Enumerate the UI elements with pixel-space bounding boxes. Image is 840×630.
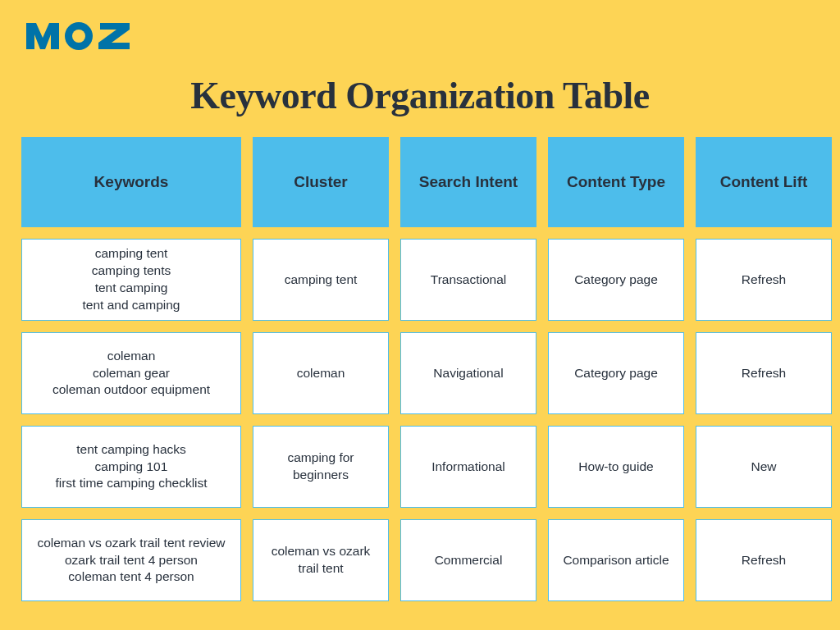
keyword-item: coleman vs ozark trail tent review bbox=[37, 535, 225, 552]
keyword-item: coleman bbox=[107, 348, 156, 365]
keyword-item: tent camping bbox=[95, 280, 168, 297]
cell-keywords: camping tent camping tents tent camping … bbox=[21, 239, 241, 321]
cell-cluster: coleman vs ozark trail tent bbox=[253, 519, 389, 601]
cell-content-lift: Refresh bbox=[696, 239, 832, 321]
cell-keywords: tent camping hacks camping 101 first tim… bbox=[21, 426, 241, 508]
cell-content-type: Category page bbox=[548, 332, 684, 414]
cell-keywords: coleman coleman gear coleman outdoor equ… bbox=[21, 332, 241, 414]
cell-cluster: camping tent bbox=[253, 239, 389, 321]
keyword-item: coleman gear bbox=[93, 365, 170, 382]
col-header-content-type: Content Type bbox=[548, 137, 684, 227]
cell-search-intent: Navigational bbox=[400, 332, 536, 414]
keyword-item: first time camping checklist bbox=[55, 475, 207, 492]
svg-point-1 bbox=[72, 30, 85, 43]
keyword-item: tent camping hacks bbox=[76, 441, 186, 459]
cell-content-type: Comparison article bbox=[548, 519, 684, 601]
keyword-item: camping 101 bbox=[95, 459, 168, 476]
cell-content-type: How-to guide bbox=[548, 426, 684, 508]
cell-search-intent: Informational bbox=[400, 426, 536, 508]
cell-search-intent: Transactional bbox=[400, 239, 536, 321]
col-header-search-intent: Search Intent bbox=[400, 137, 536, 227]
cell-content-type: Category page bbox=[548, 239, 684, 321]
cell-cluster: camping for beginners bbox=[253, 426, 389, 508]
keyword-item: coleman outdoor equipment bbox=[52, 381, 210, 399]
keyword-item: camping tent bbox=[95, 245, 168, 262]
col-header-cluster: Cluster bbox=[253, 137, 389, 227]
cell-search-intent: Commercial bbox=[400, 519, 536, 601]
cell-content-lift: New bbox=[696, 426, 832, 508]
keyword-item: ozark trail tent 4 person bbox=[65, 552, 198, 569]
col-header-keywords: Keywords bbox=[21, 137, 241, 227]
keyword-item: tent and camping bbox=[83, 297, 180, 314]
cell-keywords: coleman vs ozark trail tent review ozark… bbox=[21, 519, 241, 601]
cell-content-lift: Refresh bbox=[696, 519, 832, 601]
keyword-item: camping tents bbox=[92, 262, 171, 280]
cell-cluster: coleman bbox=[253, 332, 389, 414]
keyword-item: coleman tent 4 person bbox=[68, 568, 194, 586]
keyword-table: Keywords Cluster Search Intent Content T… bbox=[0, 137, 840, 601]
cell-content-lift: Refresh bbox=[696, 332, 832, 414]
col-header-content-lift: Content Lift bbox=[696, 137, 832, 227]
moz-logo bbox=[25, 16, 139, 61]
